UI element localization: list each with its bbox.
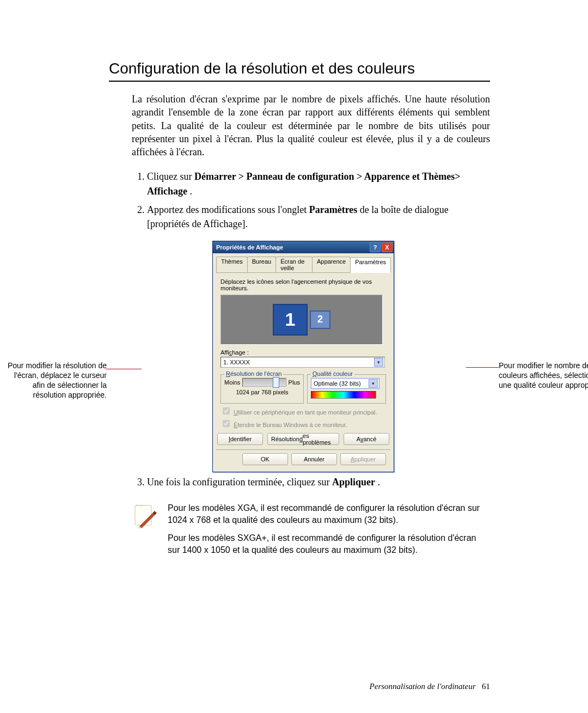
display-dropdown-value: 1. XXXXX bbox=[223, 359, 250, 365]
callout-right: Pour modifier le nombre de couleurs affi… bbox=[499, 361, 588, 391]
monitor-2-icon[interactable]: 2 bbox=[310, 310, 330, 329]
step-1: Cliquez sur Démarrer > Panneau de config… bbox=[147, 169, 490, 198]
steps-list-continued: Une fois la configuration terminée, cliq… bbox=[132, 475, 490, 489]
dialog-tabs: Thèmes Bureau Écran de veille Apparence … bbox=[216, 257, 390, 273]
svg-rect-0 bbox=[135, 505, 151, 525]
resolution-groupbox: Résolution de l'écran Moins Plus 1024 pa… bbox=[220, 374, 304, 404]
close-button[interactable]: X bbox=[382, 242, 393, 252]
display-dropdown[interactable]: 1. XXXXX ▾ bbox=[220, 357, 385, 368]
slider-moins-label: Moins bbox=[224, 379, 240, 386]
step-1-prefix: Cliquez sur bbox=[147, 171, 194, 182]
chevron-down-icon[interactable]: ▾ bbox=[369, 379, 378, 388]
color-quality-groupbox: Qualité couleur Optimale (32 bits) ▾ bbox=[307, 374, 386, 404]
extend-desktop-checkbox-row[interactable]: Étendre le Bureau Windows à ce moniteur. bbox=[220, 418, 386, 429]
note-pencil-icon bbox=[132, 502, 158, 557]
intro-paragraph: La résolution d'écran s'exprime par le n… bbox=[132, 93, 490, 159]
dialog-bottom-bar: OK Annuler Appliquer bbox=[216, 449, 390, 468]
identifier-button[interactable]: Identifier bbox=[217, 433, 263, 445]
note-block: Pour les modèles XGA, il est recommandé … bbox=[132, 502, 490, 557]
tab-bureau[interactable]: Bureau bbox=[247, 257, 276, 272]
note-text: Pour les modèles XGA, il est recommandé … bbox=[168, 502, 490, 557]
dialog-title: Propriétés de Affichage bbox=[216, 244, 283, 251]
troubleshoot-button[interactable]: Résolution des problèmes bbox=[267, 433, 339, 445]
advanced-button[interactable]: Avancé bbox=[344, 433, 389, 445]
step-3-prefix: Une fois la configuration terminée, cliq… bbox=[147, 477, 332, 487]
footer-page-number: 61 bbox=[482, 682, 490, 691]
step-2-bold: Paramètres bbox=[309, 204, 358, 215]
monitor-1-icon[interactable]: 1 bbox=[273, 304, 308, 336]
callout-left-line bbox=[106, 369, 142, 369]
dialog-panel: Déplacez les icônes selon l'agencement p… bbox=[216, 273, 390, 468]
title-rule bbox=[109, 81, 490, 82]
dialog-titlebar[interactable]: Propriétés de Affichage ? X bbox=[213, 241, 394, 253]
step-2: Apportez des modifications sous l'onglet… bbox=[147, 203, 490, 231]
color-quality-dropdown[interactable]: Optimale (32 bits) ▾ bbox=[311, 378, 379, 389]
slider-thumb-icon[interactable] bbox=[273, 377, 279, 388]
resolution-slider[interactable] bbox=[242, 378, 286, 387]
primary-monitor-checkbox[interactable] bbox=[223, 407, 230, 415]
tab-parametres[interactable]: Paramètres bbox=[350, 257, 391, 273]
tab-apparence[interactable]: Apparence bbox=[312, 257, 351, 272]
footer-text: Personnalisation de l'ordinateur bbox=[370, 682, 476, 691]
slider-plus-label: Plus bbox=[289, 379, 300, 386]
page-title: Configuration de la résolution et des co… bbox=[109, 60, 490, 77]
arrange-hint: Déplacez les icônes selon l'agencement p… bbox=[220, 278, 386, 291]
color-quality-value: Optimale (32 bits) bbox=[314, 380, 361, 387]
tab-themes[interactable]: Thèmes bbox=[216, 257, 248, 272]
chevron-down-icon[interactable]: ▾ bbox=[374, 358, 383, 367]
monitor-arrangement[interactable]: 1 2 bbox=[220, 295, 383, 345]
steps-list: Cliquez sur Démarrer > Panneau de config… bbox=[132, 169, 490, 230]
note-p2: Pour les modèles SXGA+, il est recommand… bbox=[168, 532, 490, 557]
primary-monitor-checkbox-row[interactable]: Utiliser ce périphérique en tant que mon… bbox=[220, 406, 386, 416]
page-footer: Personnalisation de l'ordinateur 61 bbox=[370, 682, 490, 691]
display-properties-dialog: Propriétés de Affichage ? X Thèmes Burea… bbox=[212, 241, 394, 472]
step-3: Une fois la configuration terminée, cliq… bbox=[147, 475, 490, 489]
callout-right-line bbox=[466, 367, 499, 368]
tab-ecran-veille[interactable]: Écran de veille bbox=[275, 257, 313, 272]
note-p1: Pour les modèles XGA, il est recommandé … bbox=[168, 502, 490, 527]
step-2-prefix: Apportez des modifications sous l'onglet bbox=[147, 204, 309, 215]
callout-left: Pour modifier la résolution de l'écran, … bbox=[0, 361, 107, 400]
step-1-bold: Démarrer > Panneau de configuration > Ap… bbox=[147, 171, 460, 196]
cancel-button[interactable]: Annuler bbox=[291, 453, 337, 465]
ok-button[interactable]: OK bbox=[242, 453, 288, 465]
step-3-suffix: . bbox=[377, 477, 380, 487]
apply-button[interactable]: Appliquer bbox=[340, 453, 386, 465]
step-3-bold: Appliquer bbox=[332, 477, 375, 487]
help-button[interactable]: ? bbox=[370, 242, 381, 252]
resolution-value: 1024 par 768 pixels bbox=[224, 389, 300, 395]
figure-area: Pour modifier la résolution de l'écran, … bbox=[109, 241, 490, 464]
extend-desktop-checkbox[interactable] bbox=[223, 420, 230, 427]
affichage-label: Affichage : bbox=[220, 349, 249, 356]
color-spectrum-icon bbox=[311, 391, 376, 399]
step-1-suffix: . bbox=[189, 186, 192, 197]
